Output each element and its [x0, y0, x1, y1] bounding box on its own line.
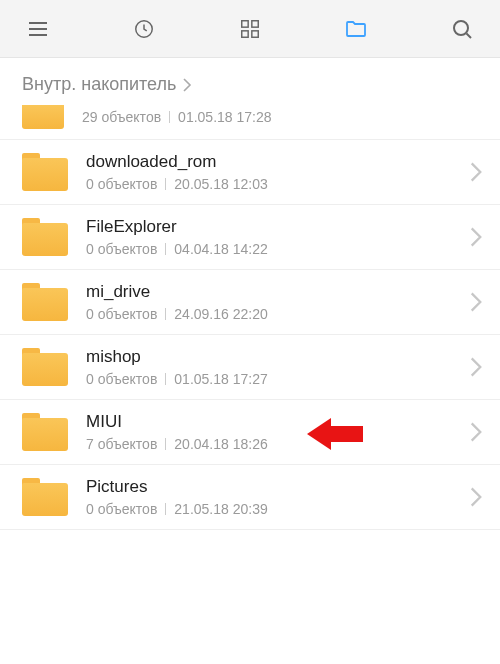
chevron-right-icon [470, 487, 482, 507]
folder-icon [22, 218, 68, 256]
item-name: mishop [86, 347, 470, 367]
svg-line-9 [467, 33, 472, 38]
recent-icon[interactable] [130, 15, 158, 43]
chevron-right-icon [470, 227, 482, 247]
chevron-right-icon [470, 422, 482, 442]
chevron-right-icon [470, 292, 482, 312]
search-icon[interactable] [448, 15, 476, 43]
item-name: downloaded_rom [86, 152, 470, 172]
chevron-right-icon [182, 78, 192, 92]
toolbar [0, 0, 500, 58]
svg-rect-7 [252, 30, 258, 36]
separator [165, 178, 166, 190]
list-item[interactable]: mi_drive0 объектов24.09.16 22:20 [0, 270, 500, 335]
grid-icon[interactable] [236, 15, 264, 43]
chevron-right-icon [470, 357, 482, 377]
separator [165, 438, 166, 450]
list-item[interactable]: Pictures0 объектов21.05.18 20:39 [0, 465, 500, 530]
item-name: MIUI [86, 412, 470, 432]
folder-icon [22, 413, 68, 451]
svg-rect-6 [242, 30, 248, 36]
separator [165, 503, 166, 515]
item-count: 29 объектов [82, 109, 161, 125]
folder-tab-icon[interactable] [342, 15, 370, 43]
list-item[interactable]: mishop0 объектов01.05.18 17:27 [0, 335, 500, 400]
item-name: mi_drive [86, 282, 470, 302]
item-name: FileExplorer [86, 217, 470, 237]
item-date: 01.05.18 17:27 [174, 371, 267, 387]
menu-icon[interactable] [24, 15, 52, 43]
item-meta: 29 объектов 01.05.18 17:28 [64, 109, 482, 125]
item-date: 24.09.16 22:20 [174, 306, 267, 322]
folder-list: 29 объектов 01.05.18 17:28 downloaded_ro… [0, 105, 500, 530]
item-date: 20.05.18 12:03 [174, 176, 267, 192]
item-count: 0 объектов [86, 176, 157, 192]
list-item[interactable]: MIUI7 объектов20.04.18 18:26 [0, 400, 500, 465]
item-meta: FileExplorer0 объектов04.04.18 14:22 [68, 217, 470, 257]
breadcrumb-label: Внутр. накопитель [22, 74, 176, 95]
list-item[interactable]: downloaded_rom0 объектов20.05.18 12:03 [0, 140, 500, 205]
item-count: 0 объектов [86, 371, 157, 387]
folder-icon [22, 153, 68, 191]
separator [165, 243, 166, 255]
arrow-annotation-icon [307, 416, 363, 456]
separator [169, 111, 170, 123]
item-meta: mishop0 объектов01.05.18 17:27 [68, 347, 470, 387]
item-count: 0 объектов [86, 501, 157, 517]
folder-icon [22, 105, 64, 129]
list-item[interactable]: FileExplorer0 объектов04.04.18 14:22 [0, 205, 500, 270]
separator [165, 308, 166, 320]
svg-rect-5 [252, 20, 258, 26]
item-meta: MIUI7 объектов20.04.18 18:26 [68, 412, 470, 452]
item-meta: Pictures0 объектов21.05.18 20:39 [68, 477, 470, 517]
item-date: 01.05.18 17:28 [178, 109, 271, 125]
separator [165, 373, 166, 385]
list-item[interactable]: 29 объектов 01.05.18 17:28 [0, 105, 500, 140]
item-name: Pictures [86, 477, 470, 497]
item-date: 04.04.18 14:22 [174, 241, 267, 257]
item-meta: mi_drive0 объектов24.09.16 22:20 [68, 282, 470, 322]
item-count: 0 объектов [86, 306, 157, 322]
svg-point-8 [454, 21, 468, 35]
item-count: 7 объектов [86, 436, 157, 452]
item-meta: downloaded_rom0 объектов20.05.18 12:03 [68, 152, 470, 192]
folder-icon [22, 348, 68, 386]
folder-icon [22, 478, 68, 516]
item-count: 0 объектов [86, 241, 157, 257]
folder-icon [22, 283, 68, 321]
svg-marker-10 [307, 418, 363, 450]
breadcrumb[interactable]: Внутр. накопитель [0, 58, 500, 105]
item-date: 20.04.18 18:26 [174, 436, 267, 452]
item-date: 21.05.18 20:39 [174, 501, 267, 517]
svg-rect-4 [242, 20, 248, 26]
chevron-right-icon [470, 162, 482, 182]
